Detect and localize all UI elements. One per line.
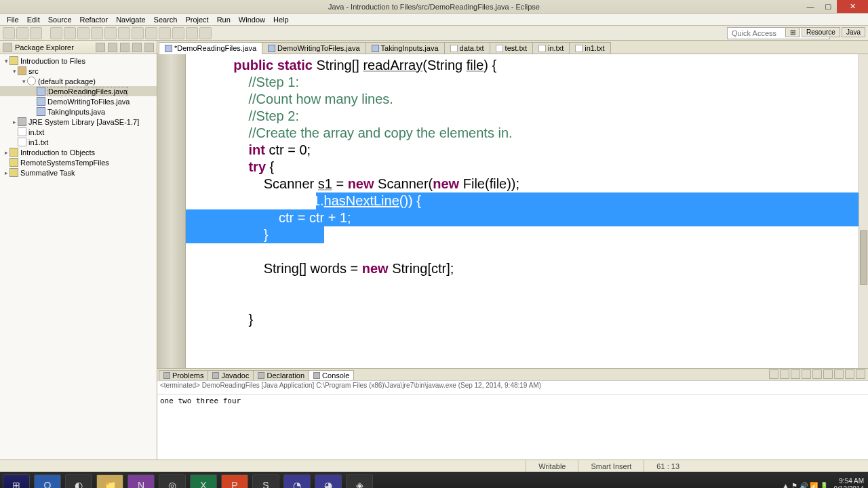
tree-item[interactable]: ▸Introduction to Objects bbox=[0, 147, 157, 157]
tray-icons[interactable]: ▲⚑🔊📶🔋 bbox=[783, 482, 830, 489]
maximize-button[interactable]: ▢ bbox=[819, 0, 837, 13]
tree-item[interactable]: DemoWritingToFiles.java bbox=[0, 96, 157, 106]
editor-tab[interactable]: in.txt bbox=[532, 42, 570, 54]
minimize-bottom-icon[interactable] bbox=[845, 369, 854, 379]
tree-item[interactable]: in1.txt bbox=[0, 137, 157, 147]
editor-tab[interactable]: *DemoReadingFiles.java bbox=[159, 42, 262, 54]
start-button[interactable]: ⊞ bbox=[3, 474, 30, 488]
menu-project[interactable]: Project bbox=[181, 16, 212, 24]
tray-clock[interactable]: 9:54 AM 9/12/2014 bbox=[834, 477, 865, 488]
editor-tab[interactable]: DemoWritingToFiles.java bbox=[262, 42, 366, 54]
perspective-java[interactable]: Java bbox=[842, 27, 865, 37]
console-launch-label: <terminated> DemoReadingFiles [Java Appl… bbox=[157, 380, 868, 394]
prev-annotation-icon[interactable] bbox=[172, 27, 184, 39]
bottom-tab-console[interactable]: Console bbox=[309, 370, 354, 380]
bottom-tab-problems[interactable]: Problems bbox=[159, 370, 208, 380]
code-editor[interactable]: public static String[] readArray(String … bbox=[157, 54, 868, 368]
taskbar-outlook-icon[interactable]: O bbox=[34, 474, 61, 488]
taskbar-misc-icon[interactable]: ◈ bbox=[346, 474, 373, 488]
new-class-icon[interactable] bbox=[104, 27, 117, 39]
new-package-icon[interactable] bbox=[91, 27, 103, 39]
tree-item[interactable]: ▸Summative Task bbox=[0, 167, 157, 178]
minimize-view-icon[interactable] bbox=[132, 43, 142, 52]
tree-item[interactable]: ▾src bbox=[0, 66, 157, 76]
menu-source[interactable]: Source bbox=[44, 16, 76, 24]
new-icon[interactable] bbox=[3, 27, 15, 39]
close-button[interactable]: ✕ bbox=[837, 0, 868, 13]
taskbar-onenote-icon[interactable]: N bbox=[127, 474, 155, 488]
tree-item[interactable]: ▾(default package) bbox=[0, 76, 157, 86]
link-editor-icon[interactable] bbox=[108, 43, 117, 52]
editor-tab[interactable]: TakingInputs.java bbox=[366, 42, 445, 54]
tree-item[interactable]: RemoteSystemsTempFiles bbox=[0, 157, 157, 167]
taskbar-smart-icon[interactable]: S bbox=[252, 474, 279, 488]
bottom-tab-javadoc[interactable]: Javadoc bbox=[208, 370, 254, 380]
menu-search[interactable]: Search bbox=[150, 16, 182, 24]
view-menu-icon[interactable] bbox=[120, 43, 130, 52]
editor-tab[interactable]: in1.txt bbox=[569, 42, 610, 54]
perspective-resource[interactable]: Resource bbox=[802, 27, 840, 37]
tree-item[interactable]: TakingInputs.java bbox=[0, 106, 157, 117]
taskbar-chrome-icon[interactable]: ◐ bbox=[65, 474, 92, 488]
run-icon[interactable] bbox=[64, 27, 76, 39]
taskbar-excel-icon[interactable]: X bbox=[190, 474, 217, 488]
console-icon bbox=[313, 372, 320, 379]
vertical-scrollbar[interactable] bbox=[859, 54, 868, 368]
bottom-tab-declaration[interactable]: Declaration bbox=[253, 370, 309, 380]
save-all-icon[interactable] bbox=[30, 27, 42, 39]
taskbar-app-icon[interactable]: ◎ bbox=[159, 474, 186, 488]
project-tree[interactable]: ▾Introduction to Files▾src▾(default pack… bbox=[0, 54, 157, 460]
back-icon[interactable] bbox=[186, 27, 198, 39]
taskbar-eclipse-icon[interactable]: ◔ bbox=[283, 474, 311, 488]
display-selected-icon[interactable] bbox=[823, 369, 833, 379]
clear-console-icon[interactable] bbox=[791, 369, 800, 379]
tree-item[interactable]: DemoReadingFiles.java bbox=[0, 86, 157, 96]
open-perspective-button[interactable]: ⊞ bbox=[785, 27, 800, 37]
file-icon bbox=[268, 45, 275, 52]
taskbar-eclipse2-icon[interactable]: ◕ bbox=[315, 474, 342, 488]
menu-edit[interactable]: Edit bbox=[23, 16, 44, 24]
menu-refactor[interactable]: Refactor bbox=[76, 16, 113, 24]
menu-run[interactable]: Run bbox=[213, 16, 235, 24]
menu-navigate[interactable]: Navigate bbox=[112, 16, 149, 24]
menu-bar: FileEditSourceRefactorNavigateSearchProj… bbox=[0, 14, 868, 26]
editor-tab-bar: *DemoReadingFiles.javaDemoWritingToFiles… bbox=[157, 41, 868, 54]
next-annotation-icon[interactable] bbox=[159, 27, 171, 39]
taskbar-powerpoint-icon[interactable]: P bbox=[221, 474, 248, 488]
tree-item[interactable]: in.txt bbox=[0, 127, 157, 137]
editor-tab[interactable]: test.txt bbox=[490, 42, 533, 54]
proj-icon bbox=[9, 168, 18, 177]
debug-icon[interactable] bbox=[50, 27, 62, 39]
toggle-mark-icon[interactable] bbox=[145, 27, 157, 39]
collapse-all-icon[interactable] bbox=[96, 43, 105, 52]
run-last-icon[interactable] bbox=[77, 27, 90, 39]
search-icon[interactable] bbox=[132, 27, 144, 39]
taskbar-explorer-icon[interactable]: 📁 bbox=[96, 474, 123, 488]
remove-launch-icon[interactable] bbox=[769, 369, 778, 379]
declaration-icon bbox=[258, 372, 264, 379]
console-output[interactable]: one two three four bbox=[157, 394, 868, 460]
tree-item[interactable]: ▾Introduction to Files bbox=[0, 56, 157, 66]
status-bar: Writable Smart Insert 61 : 13 bbox=[0, 460, 868, 472]
lib-icon bbox=[18, 117, 26, 126]
save-icon[interactable] bbox=[16, 27, 28, 39]
open-console-icon[interactable] bbox=[834, 369, 844, 379]
status-writable: Writable bbox=[526, 460, 578, 472]
menu-window[interactable]: Window bbox=[235, 16, 269, 24]
file-icon bbox=[18, 127, 26, 136]
maximize-bottom-icon[interactable] bbox=[856, 369, 865, 379]
scroll-lock-icon[interactable] bbox=[802, 369, 811, 379]
proj-icon bbox=[9, 56, 18, 65]
scroll-thumb[interactable] bbox=[860, 230, 867, 285]
open-type-icon[interactable] bbox=[118, 27, 130, 39]
forward-icon[interactable] bbox=[199, 27, 212, 39]
menu-help[interactable]: Help bbox=[269, 16, 293, 24]
editor-tab[interactable]: data.txt bbox=[444, 42, 490, 54]
tree-item[interactable]: ▸JRE System Library [JavaSE-1.7] bbox=[0, 117, 157, 127]
maximize-view-icon[interactable] bbox=[144, 43, 154, 52]
menu-file[interactable]: File bbox=[3, 16, 23, 24]
remove-all-icon[interactable] bbox=[780, 369, 789, 379]
minimize-button[interactable]: — bbox=[802, 0, 819, 13]
java-icon bbox=[37, 87, 45, 96]
pin-console-icon[interactable] bbox=[812, 369, 822, 379]
